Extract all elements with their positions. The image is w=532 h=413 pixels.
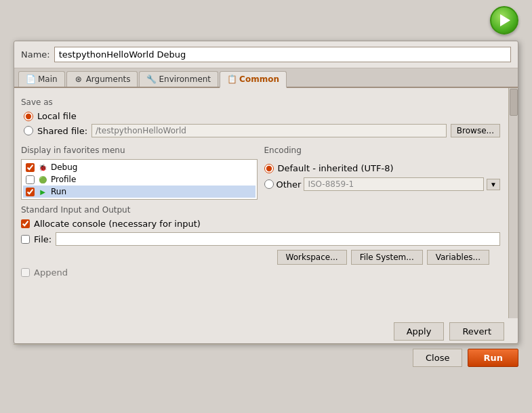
main-tab-icon: 📄 xyxy=(26,74,35,84)
fav-profile-item: 🟢 Profile xyxy=(23,173,255,186)
fav-profile-label: Profile xyxy=(51,175,76,184)
fav-debug-label: Debug xyxy=(51,162,77,172)
shared-file-path-input[interactable] xyxy=(91,124,447,137)
append-label: Append xyxy=(34,267,68,278)
shared-file-row: Shared file: Browse... xyxy=(24,124,500,137)
tab-main[interactable]: 📄 Main xyxy=(18,71,65,87)
env-tab-icon: 🔧 xyxy=(146,74,156,84)
favorites-label: Display in favorites menu xyxy=(21,146,258,155)
favorites-col: Display in favorites menu 🐞 Debug 🟢 Prof… xyxy=(21,143,258,200)
workspace-button[interactable]: Workspace... xyxy=(277,250,347,265)
content-scrollbar[interactable] xyxy=(508,88,518,318)
encoding-other-row: Other ▼ xyxy=(264,177,501,191)
save-as-options: Local file Shared file: Browse... xyxy=(24,111,500,137)
apply-revert-row: Apply Revert xyxy=(14,318,518,343)
tab-main-label: Main xyxy=(38,74,58,84)
args-tab-icon: ⊛ xyxy=(74,74,83,84)
tab-bar: 📄 Main ⊛ Arguments 🔧 Environment 📋 Commo… xyxy=(14,68,518,88)
variables-button[interactable]: Variables... xyxy=(427,250,489,265)
fav-run-item: ▶ Run xyxy=(23,186,255,198)
local-file-radio[interactable] xyxy=(24,112,33,121)
apply-revert-buttons: Apply Revert xyxy=(394,322,504,341)
tab-environment-label: Environment xyxy=(159,74,211,84)
standard-io-section: Standard Input and Output Allocate conso… xyxy=(21,205,500,278)
encoding-label: Encoding xyxy=(264,146,501,155)
fav-run-label: Run xyxy=(51,187,66,196)
close-run-row: Close Run xyxy=(0,345,532,374)
tab-common-label: Common xyxy=(239,74,279,84)
run-play-button[interactable] xyxy=(490,6,518,35)
launch-config-dialog: Name: 📄 Main ⊛ Arguments 🔧 Environment 📋… xyxy=(14,41,518,344)
name-input[interactable] xyxy=(54,47,511,62)
content-inner: Save as Local file Shared file: Browse..… xyxy=(21,97,511,278)
encoding-other-radio[interactable] xyxy=(264,179,274,189)
favorites-list: 🐞 Debug 🟢 Profile ▶ Run xyxy=(21,159,258,200)
profile-icon: 🟢 xyxy=(38,175,47,184)
debug-icon: 🐞 xyxy=(38,162,47,172)
file-path-input[interactable] xyxy=(56,232,500,246)
encoding-col: Encoding Default - inherited (UTF-8) Oth… xyxy=(264,143,501,200)
encoding-other-input[interactable] xyxy=(304,177,484,191)
tab-environment[interactable]: 🔧 Environment xyxy=(139,71,218,87)
tab-arguments-label: Arguments xyxy=(86,74,131,84)
tab-common[interactable]: 📋 Common xyxy=(220,71,287,88)
shared-file-label: Shared file: xyxy=(37,126,87,136)
two-col-section: Display in favorites menu 🐞 Debug 🟢 Prof… xyxy=(21,143,500,200)
fav-debug-item: 🐞 Debug xyxy=(23,161,255,173)
tab-content: Save as Local file Shared file: Browse..… xyxy=(14,88,518,318)
append-checkbox[interactable] xyxy=(21,268,30,277)
allocate-console-checkbox[interactable] xyxy=(21,219,30,228)
filesystem-button[interactable]: File System... xyxy=(351,250,423,265)
file-checkbox[interactable] xyxy=(21,235,30,244)
fav-run-checkbox[interactable] xyxy=(26,188,35,196)
file-row: File: xyxy=(21,232,500,246)
encoding-default-row: Default - inherited (UTF-8) xyxy=(264,163,501,173)
encoding-dropdown-button[interactable]: ▼ xyxy=(487,179,500,190)
name-label: Name: xyxy=(21,49,50,60)
apply-button[interactable]: Apply xyxy=(394,322,445,341)
tab-arguments[interactable]: ⊛ Arguments xyxy=(66,71,138,87)
std-io-label: Standard Input and Output xyxy=(21,205,500,215)
name-row: Name: xyxy=(14,41,518,68)
allocate-console-row: Allocate console (necessary for input) xyxy=(21,219,500,229)
encoding-default-label: Default - inherited (UTF-8) xyxy=(278,163,394,173)
common-tab-icon: 📋 xyxy=(227,74,237,84)
fav-profile-checkbox[interactable] xyxy=(26,175,35,184)
save-as-label: Save as xyxy=(21,97,500,107)
fav-debug-checkbox[interactable] xyxy=(26,163,35,172)
encoding-other-label: Other xyxy=(277,179,302,190)
run-button[interactable]: Run xyxy=(468,349,518,367)
allocate-console-label: Allocate console (necessary for input) xyxy=(34,219,201,229)
io-buttons-row: Workspace... File System... Variables... xyxy=(21,250,500,265)
run-icon: ▶ xyxy=(38,187,47,196)
encoding-default-radio[interactable] xyxy=(264,164,274,173)
top-bar xyxy=(0,0,532,41)
close-button[interactable]: Close xyxy=(413,349,462,367)
scrollbar-thumb[interactable] xyxy=(510,89,518,116)
shared-file-radio[interactable] xyxy=(24,126,33,135)
local-file-row: Local file xyxy=(24,111,500,121)
local-file-label: Local file xyxy=(37,111,77,121)
revert-button[interactable]: Revert xyxy=(449,322,504,341)
append-row: Append xyxy=(21,267,500,278)
file-label: File: xyxy=(34,234,52,244)
browse-button[interactable]: Browse... xyxy=(451,124,500,137)
